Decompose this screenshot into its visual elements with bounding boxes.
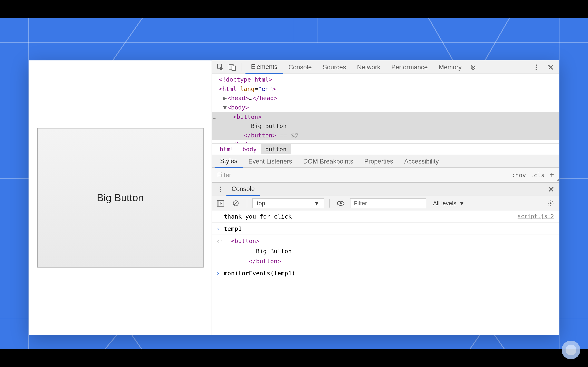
svg-point-6 [220,186,221,188]
tab-event-listeners[interactable]: Event Listeners [243,155,298,167]
devtools-panel: Elements Console Sources Network Perform… [212,60,559,334]
prompt-chevron-icon: › [216,268,220,278]
slide-background: Big Button Elements Console Sources Net [0,18,588,349]
tab-sources[interactable]: Sources [317,60,352,74]
cls-toggle[interactable]: .cls [530,171,545,178]
drawer-tab-console[interactable]: Console [226,182,260,196]
crumb-button[interactable]: button [261,144,291,154]
dom-html-open[interactable]: <html lang="en"> [212,84,559,94]
tab-network[interactable]: Network [352,60,386,74]
console-log-message: thank you for click [224,211,518,222]
app-window: Big Button Elements Console Sources Net [29,60,559,334]
console-sidebar-toggle-icon[interactable] [215,197,226,209]
console-drawer-tabbar: Console [212,183,559,196]
svg-point-4 [536,66,537,67]
device-toolbar-icon[interactable] [226,61,238,73]
kebab-menu-icon[interactable] [530,61,542,73]
dom-body-open[interactable]: ▼<body> [212,103,559,112]
console-prompt-text[interactable]: monitorEvents(temp1) [224,268,556,278]
console-prompt-row[interactable]: › monitorEvents(temp1) [212,267,559,279]
console-drawer: Console top [212,182,559,334]
resize-handle-icon[interactable] [556,179,559,181]
console-body[interactable]: thank you for click script.js:2 › temp1 … [212,210,559,334]
elements-breadcrumb: html body button [212,143,559,155]
tab-dom-breakpoints[interactable]: DOM Breakpoints [298,155,359,167]
live-expression-icon[interactable] [335,197,347,209]
close-devtools-icon[interactable] [545,61,557,73]
styles-filter-bar: :hov .cls + [212,168,559,182]
log-levels-select[interactable]: All levels ▼ [430,198,468,208]
console-output-text: <button> Big Button </button> [224,236,556,266]
dom-head[interactable]: ▶<head>…</head> [212,93,559,103]
dom-doctype[interactable]: <!doctype html> [212,75,559,84]
console-log-row[interactable]: thank you for click script.js:2 [212,210,559,223]
crumb-html[interactable]: html [215,144,238,154]
dom-body-close[interactable]: </body> [212,140,559,143]
dom-selected-button[interactable]: … <button> Big Button </button> == $0 [212,112,559,140]
styles-filter-input[interactable] [215,169,512,180]
console-filter-input[interactable] [350,198,426,208]
tab-performance[interactable]: Performance [386,60,433,74]
console-settings-icon[interactable] [545,197,557,209]
svg-rect-2 [232,66,235,70]
elements-tree[interactable]: <!doctype html> <html lang="en"> ▶<head>… [212,74,559,143]
svg-point-8 [220,191,221,192]
svg-point-3 [536,64,537,66]
clear-console-icon[interactable] [230,197,242,209]
console-input-text: temp1 [224,224,556,234]
svg-point-5 [536,68,537,70]
tab-styles[interactable]: Styles [215,155,243,167]
new-style-rule-icon[interactable]: + [547,170,557,179]
crumb-body[interactable]: body [238,144,261,154]
console-input-row[interactable]: › temp1 [212,223,559,235]
output-chevron-icon: ‹· [216,236,223,246]
svg-rect-10 [217,200,219,206]
tab-elements[interactable]: Elements [245,60,283,74]
console-log-source[interactable]: script.js:2 [518,211,556,222]
tab-properties[interactable]: Properties [359,155,399,167]
tab-accessibility[interactable]: Accessibility [399,155,444,167]
log-levels-value: All levels [433,200,457,206]
chevron-down-icon: ▼ [314,200,320,206]
console-toolbar: top ▼ All levels ▼ [212,196,559,210]
input-chevron-icon: › [216,224,220,234]
devtools-tabbar: Elements Console Sources Network Perform… [212,60,559,74]
hov-toggle[interactable]: :hov [512,171,526,178]
context-select[interactable]: top ▼ [252,198,324,208]
drawer-kebab-icon[interactable] [215,183,226,195]
svg-point-14 [550,202,552,204]
more-tabs-icon[interactable] [467,61,479,73]
svg-point-7 [220,189,221,190]
styles-tabbar: Styles Event Listeners DOM Breakpoints P… [212,155,559,168]
big-button[interactable]: Big Button [37,128,203,267]
drawer-close-icon[interactable] [545,186,557,192]
tab-console[interactable]: Console [283,60,317,74]
page-viewport: Big Button [29,60,212,334]
svg-point-13 [340,202,342,204]
chevron-down-icon: ▼ [459,200,465,206]
chrome-logo-icon [562,341,580,359]
inspect-element-icon[interactable] [215,61,226,73]
console-output-row[interactable]: ‹· <button> Big Button </button> [212,235,559,267]
tab-memory[interactable]: Memory [433,60,467,74]
context-select-value: top [257,200,265,206]
